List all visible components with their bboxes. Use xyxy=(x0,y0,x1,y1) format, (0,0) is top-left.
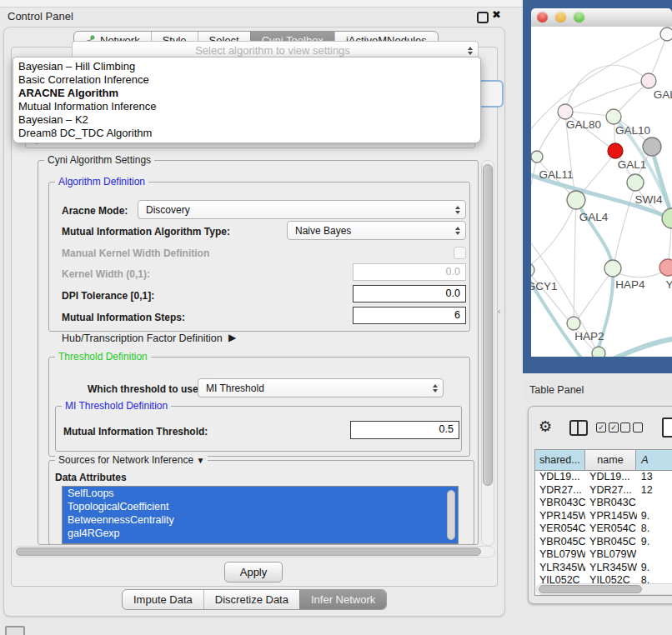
attribute-item-selected[interactable]: gal4RGexp xyxy=(63,527,458,540)
mi-threshold-field[interactable]: 0.5 xyxy=(350,421,459,439)
node-swi4[interactable] xyxy=(662,208,672,228)
manual-kernel-width-checkbox[interactable] xyxy=(454,247,466,259)
node-gray[interactable] xyxy=(643,138,661,156)
settings-vertical-scrollbar[interactable] xyxy=(481,160,494,546)
kernel-width-label: Kernel Width (0,1): xyxy=(62,268,150,280)
settings-group-title: Cyni Algorithm Settings xyxy=(44,154,154,166)
mi-algorithm-type-combo[interactable]: Naive Bayes xyxy=(287,221,466,240)
hub-expand-arrow-icon[interactable]: ▶ xyxy=(228,332,236,343)
node-label: Y xyxy=(665,278,672,291)
settings-horizontal-scrollbar-thumb[interactable] xyxy=(16,548,481,556)
float-panel-icon[interactable] xyxy=(477,12,489,23)
table-row[interactable]: YBR043CYBR043C xyxy=(535,497,672,510)
algorithm-definition-title: Algorithm Definition xyxy=(55,176,148,188)
which-threshold-value: MI Threshold xyxy=(206,382,430,394)
close-panel-icon[interactable]: ✖ xyxy=(492,8,501,21)
node-gal1[interactable] xyxy=(627,174,644,191)
tab-infer-network[interactable]: Infer Network xyxy=(299,590,386,609)
zoom-window-icon[interactable] xyxy=(574,12,584,22)
table-row[interactable]: YPR145WYPR145W9. xyxy=(535,510,672,523)
tab-discretize-data[interactable]: Discretize Data xyxy=(203,590,299,609)
table-header-row: shared... name A xyxy=(535,450,672,471)
mi-threshold-definition-title: MI Threshold Definition xyxy=(62,400,171,412)
attribute-item-selected[interactable]: BetweennessCentrality xyxy=(63,513,458,527)
settings-horizontal-scrollbar[interactable] xyxy=(13,546,495,558)
dropdown-option[interactable]: Bayesian – K2 xyxy=(13,113,480,127)
dropdown-option[interactable]: Basic Correlation Inference xyxy=(13,73,480,87)
node-label: GAL1 xyxy=(618,158,647,171)
node-label: SWI4 xyxy=(634,193,662,206)
split-view-icon[interactable] xyxy=(569,420,588,436)
node-label: GAL10 xyxy=(615,124,650,137)
table-horizontal-scrollbar-thumb[interactable] xyxy=(539,585,642,593)
mi-algorithm-type-value: Naive Bayes xyxy=(295,225,453,237)
dropdown-option-aracne[interactable]: ARACNE Algorithm xyxy=(13,87,480,100)
dropdown-option[interactable]: Dream8 DC_TDC Algorithm xyxy=(13,127,480,140)
network-node-labels: GAL7 GAL80 GAL10 GAL11 GAL1 GAL4 SWI4 HA… xyxy=(531,88,672,342)
kernel-width-field[interactable]: 0.0 xyxy=(353,263,466,281)
node-hap4[interactable] xyxy=(604,260,621,277)
table-panel-header: Table Panel xyxy=(523,379,672,402)
table-row[interactable]: YBR045CYBR045C9. xyxy=(535,536,672,549)
dpi-tolerance-label: DPI Tolerance [0,1]: xyxy=(62,290,154,302)
sources-collapse-arrow-icon[interactable]: ▼ xyxy=(196,456,204,465)
control-panel-title: Control Panel xyxy=(8,10,73,22)
network-window-titlebar[interactable] xyxy=(531,8,672,28)
settings-vertical-scrollbar-thumb[interactable] xyxy=(483,164,493,486)
app-screen: Control Panel ✖ Network Style Select Cyn… xyxy=(0,0,672,635)
table-horizontal-scrollbar[interactable] xyxy=(536,583,672,595)
node-label: GAL11 xyxy=(539,168,573,181)
dpi-tolerance-field[interactable]: 0.0 xyxy=(353,285,466,302)
which-threshold-combo[interactable]: MI Threshold xyxy=(198,378,444,398)
attribute-list-scrollbar[interactable] xyxy=(447,490,455,540)
node-gal10[interactable] xyxy=(606,109,621,124)
splitter-collapse-icon[interactable]: ‹ xyxy=(498,307,504,315)
dropdown-option[interactable]: Mutual Information Inference xyxy=(13,100,480,113)
combo-stepper-icon xyxy=(453,206,463,214)
table-row[interactable]: YDL19...YDL19...13 xyxy=(535,471,672,484)
node-gal7[interactable] xyxy=(641,73,656,88)
node-gal11[interactable] xyxy=(531,151,543,162)
column-header-shared-name[interactable]: shared... xyxy=(535,450,585,470)
node-label: HAP2 xyxy=(574,330,604,342)
apply-button[interactable]: Apply xyxy=(224,562,283,582)
node-unlabeled[interactable] xyxy=(660,28,672,41)
column-header-name[interactable]: name xyxy=(585,450,636,470)
minimize-window-icon[interactable] xyxy=(555,12,566,22)
node-gal80[interactable] xyxy=(558,104,573,119)
aracne-mode-combo[interactable]: Discovery xyxy=(138,200,466,219)
combo-stepper-icon xyxy=(430,384,440,392)
node-gal4[interactable] xyxy=(567,191,585,209)
close-window-icon[interactable] xyxy=(537,12,548,22)
minimized-panel-icon[interactable] xyxy=(5,626,25,635)
table-panel-title: Table Panel xyxy=(529,384,584,396)
combo-stepper-icon xyxy=(453,227,463,235)
dropdown-option[interactable]: Bayesian – Hill Climbing xyxy=(13,60,480,73)
tab-impute-data[interactable]: Impute Data xyxy=(123,590,203,609)
table-row[interactable]: YDR27...YDR27...12 xyxy=(535,484,672,498)
table-row[interactable]: YLR345WYLR345W9. xyxy=(535,562,672,575)
network-canvas[interactable]: GAL7 GAL80 GAL10 GAL11 GAL1 GAL4 SWI4 HA… xyxy=(531,27,672,357)
aracne-mode-label: Aracne Mode: xyxy=(62,205,128,217)
node-pink[interactable] xyxy=(659,259,672,276)
table-row[interactable]: YER054CYER054C8. xyxy=(535,522,672,536)
attribute-item-selected[interactable]: SelfLoops xyxy=(63,487,458,500)
node-selected-red[interactable] xyxy=(608,143,623,158)
function-builder-icon[interactable] xyxy=(662,418,672,438)
deselect-all-columns-icon[interactable] xyxy=(620,422,643,432)
attribute-item-selected[interactable]: TopologicalCoefficient xyxy=(63,500,458,513)
select-all-columns-icon[interactable]: ✓✓ xyxy=(596,422,619,432)
top-strip xyxy=(0,0,523,8)
algorithm-select-placeholder: Select algorithm to view settings xyxy=(80,44,465,57)
node-table: shared... name A YDL19...YDL19...13 YDR2… xyxy=(534,449,672,596)
table-settings-gear-icon[interactable]: ⚙ xyxy=(539,418,552,436)
node-bottom[interactable] xyxy=(592,347,605,357)
mi-steps-field[interactable]: 6 xyxy=(353,307,466,324)
column-header-partial[interactable]: A xyxy=(636,450,672,470)
aracne-mode-value: Discovery xyxy=(146,204,453,216)
node-gcy1[interactable] xyxy=(531,263,534,277)
node-hap2[interactable] xyxy=(567,317,580,330)
data-attributes-list: SelfLoops TopologicalCoefficient Between… xyxy=(62,486,459,544)
table-row[interactable]: YBL079WYBL079W xyxy=(535,548,672,562)
node-label: GAL4 xyxy=(579,211,609,223)
